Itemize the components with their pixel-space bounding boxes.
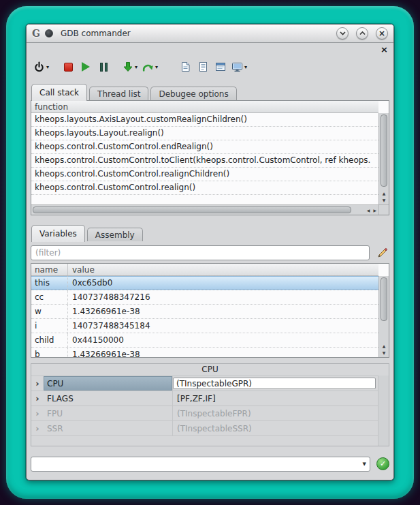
cpu-register-value: (TInspectableFPR) — [173, 406, 378, 420]
send-command-button[interactable]: ✓ — [376, 457, 389, 470]
scrollbar-thumb[interactable] — [33, 206, 351, 213]
maximize-button[interactable] — [356, 27, 368, 40]
step-over-button[interactable]: ▾ — [140, 58, 159, 76]
close-button[interactable]: × — [376, 27, 388, 40]
tab-variables[interactable]: Variables — [31, 225, 85, 242]
chevron-up-icon — [359, 31, 366, 35]
variable-value: 0xc65db0 — [68, 276, 378, 290]
scroll-up-icon[interactable]: ▲ — [383, 190, 386, 197]
variable-name: w — [31, 305, 68, 318]
power-icon — [33, 61, 45, 73]
variable-name: i — [31, 319, 68, 333]
expander-icon[interactable]: › — [31, 421, 44, 435]
minimize-button[interactable] — [336, 27, 349, 40]
cpu-row-flags[interactable]: › FLAGS [PF,ZF,IF] — [31, 391, 378, 406]
gdb-commander-window: G GDB commander × × — [26, 24, 394, 480]
call-stack-row[interactable]: kheops.control.CustomControl.realign() — [31, 181, 378, 195]
titlebar[interactable]: G GDB commander × — [27, 25, 393, 43]
column-header-function[interactable]: function — [31, 101, 378, 113]
filter-clean-button[interactable] — [376, 246, 389, 260]
cpu-row-cpu[interactable]: › CPU (TInspectableGPR) — [31, 376, 378, 391]
variable-row[interactable]: i 140737488345184 — [31, 319, 378, 333]
variable-row[interactable]: w 1.43266961e-38 — [31, 305, 378, 319]
horizontal-scrollbar[interactable]: ◀ ▶ — [31, 204, 378, 215]
variable-row[interactable]: this 0xc65db0 — [31, 276, 378, 290]
expander-icon[interactable]: › — [31, 391, 44, 405]
call-stack-row[interactable]: kheops.control.CustomControl.realignChil… — [31, 168, 378, 181]
stop-button[interactable] — [60, 58, 76, 76]
tab-call-stack[interactable]: Call stack — [31, 84, 87, 101]
client-area: × ▾ — [27, 43, 393, 480]
output-button[interactable] — [195, 58, 211, 76]
variables-panel: name value this 0xc65db0 cc 140737488347… — [31, 263, 389, 358]
chevron-down-icon: ▾ — [46, 64, 49, 70]
variable-value: 1.43266961e-38 — [68, 348, 378, 357]
vertical-scrollbar[interactable]: ▲ ▼ — [378, 276, 389, 357]
scroll-down-icon[interactable]: ▼ — [383, 350, 386, 356]
gdb-commander-app-icon: G — [32, 28, 40, 39]
continue-button[interactable] — [78, 58, 94, 76]
call-stack-row[interactable]: kheops.layouts.Layout.realign() — [31, 127, 378, 140]
app-window-icon — [215, 62, 226, 72]
dock-header: × — [31, 44, 389, 55]
power-badge-icon — [45, 29, 53, 37]
pause-icon — [99, 63, 108, 72]
cpu-row-fpu[interactable]: › FPU (TInspectableFPR) — [31, 406, 378, 421]
cpu-group-title: CPU — [31, 364, 389, 376]
tab-thread-list[interactable]: Thread list — [89, 87, 148, 100]
scrollbar-thumb[interactable] — [381, 277, 387, 321]
variable-value: 140737488347216 — [68, 290, 378, 304]
cpu-register-value[interactable]: (TInspectableGPR) — [173, 378, 376, 389]
play-icon — [82, 62, 90, 72]
chevron-down-icon: ▾ — [135, 64, 138, 70]
window-title: GDB commander — [61, 29, 131, 38]
cpu-register-value[interactable]: [PF,ZF,IF] — [173, 391, 378, 405]
expander-icon[interactable]: › — [31, 406, 44, 420]
variable-row[interactable]: cc 140737488347216 — [31, 290, 378, 305]
cpu-inspector-group: CPU › CPU (TInspectableGPR) › FLAGS [PF,… — [31, 363, 389, 446]
vertical-scrollbar[interactable]: ▲ ▼ — [378, 113, 389, 204]
variable-row[interactable]: child 0x44150000 — [31, 333, 378, 348]
pause-button[interactable] — [95, 58, 112, 76]
command-row: ▼ ✓ — [31, 456, 389, 472]
eval-button[interactable] — [177, 58, 193, 76]
combo-dropdown-icon[interactable]: ▼ — [363, 461, 366, 467]
column-header-name[interactable]: name — [31, 264, 68, 275]
scroll-down-icon[interactable]: ▼ — [383, 197, 386, 204]
stop-icon — [64, 63, 73, 72]
display-button[interactable]: ▾ — [230, 58, 248, 76]
pencil-icon — [377, 247, 388, 258]
scroll-right-icon[interactable]: ▶ — [373, 208, 376, 213]
scrollbar-thumb[interactable] — [381, 114, 387, 187]
command-combobox[interactable]: ▼ — [31, 457, 370, 472]
variable-value: 140737488345184 — [68, 319, 378, 333]
variable-row[interactable]: b 1.43266961e-38 — [31, 348, 378, 357]
scroll-left-icon[interactable]: ◀ — [367, 208, 370, 213]
command-input[interactable] — [33, 458, 356, 470]
variable-value: 1.43266961e-38 — [68, 305, 378, 318]
messages-button[interactable] — [212, 58, 229, 76]
power-button[interactable]: ▾ — [32, 58, 50, 76]
variables-list: this 0xc65db0 cc 140737488347216 w 1.432… — [31, 276, 378, 357]
column-header-value[interactable]: value — [68, 264, 378, 275]
scroll-up-icon[interactable]: ▲ — [383, 343, 386, 350]
tab-assembly[interactable]: Assembly — [87, 228, 143, 241]
step-down-arrow-icon — [123, 61, 133, 72]
call-stack-row[interactable]: kheops.control.CustomControl.toClient(kh… — [31, 154, 378, 168]
dock-close-button[interactable]: × — [381, 45, 388, 54]
expander-icon[interactable]: › — [31, 376, 44, 391]
call-stack-list: kheops.layouts.AxisLayout.customRealignC… — [31, 113, 378, 204]
tab-debugee-options[interactable]: Debugee options — [150, 87, 236, 100]
step-button[interactable]: ▾ — [121, 58, 139, 76]
cpu-row-ssr[interactable]: › SSR (TInspectableSSR) — [31, 421, 378, 436]
cpu-register-name[interactable]: CPU — [44, 376, 173, 391]
debug-toolbar: ▾ ▾ — [31, 55, 389, 78]
call-stack-row[interactable]: kheops.layouts.AxisLayout.customRealignC… — [31, 113, 378, 127]
cpu-register-name[interactable]: FLAGS — [44, 391, 173, 405]
cpu-register-value: (TInspectableSSR) — [173, 421, 378, 435]
monitor-icon — [231, 62, 243, 72]
call-stack-row[interactable]: kheops.control.CustomControl.endRealign(… — [31, 140, 378, 154]
desktop-background: G GDB commander × × — [0, 0, 420, 505]
filter-input[interactable] — [31, 245, 370, 260]
variable-name: cc — [31, 290, 68, 304]
